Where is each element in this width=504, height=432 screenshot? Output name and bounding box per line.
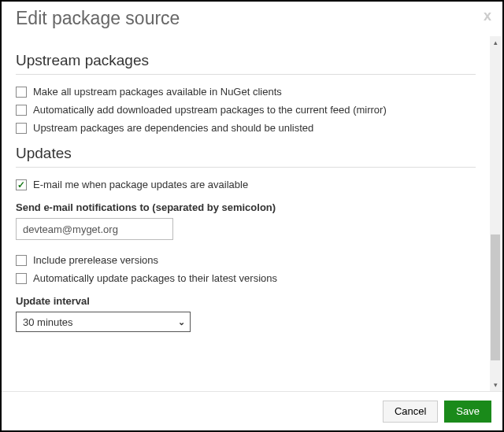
label-auto-add: Automatically add downloaded upstream pa… bbox=[33, 104, 387, 116]
checkbox-prerelease[interactable] bbox=[16, 255, 27, 266]
checkbox-auto-update[interactable] bbox=[16, 273, 27, 284]
checkbox-email[interactable] bbox=[16, 179, 27, 190]
scroll-thumb[interactable] bbox=[491, 234, 500, 360]
label-auto-update: Automatically update packages to their l… bbox=[33, 272, 277, 284]
divider bbox=[16, 74, 476, 75]
scrollbar[interactable]: ▴ ▾ bbox=[490, 36, 501, 391]
divider bbox=[16, 167, 476, 168]
chevron-down-icon: ⌄ bbox=[178, 317, 185, 327]
dialog-body: Upstream packages Make all upstream pack… bbox=[2, 36, 490, 340]
checkbox-make-available[interactable] bbox=[16, 87, 27, 98]
interval-label: Update interval bbox=[16, 295, 476, 307]
scroll-down-icon[interactable]: ▾ bbox=[490, 378, 501, 391]
label-email: E-mail me when package updates are avail… bbox=[33, 179, 248, 190]
dialog-title: Edit package source bbox=[16, 8, 488, 29]
checkbox-auto-add[interactable] bbox=[16, 105, 27, 116]
label-make-available: Make all upstream packages available in … bbox=[33, 86, 282, 98]
interval-value: 30 minutes bbox=[23, 316, 73, 328]
label-prerelease: Include prerelease versions bbox=[33, 254, 158, 266]
save-button[interactable]: Save bbox=[444, 401, 491, 423]
label-deps-unlisted: Upstream packages are dependencies and s… bbox=[33, 122, 313, 134]
dialog-footer: Cancel Save bbox=[2, 391, 502, 430]
email-field[interactable] bbox=[16, 218, 173, 240]
email-field-label: Send e-mail notifications to (separated … bbox=[16, 201, 476, 213]
interval-select[interactable]: 30 minutes ⌄ bbox=[16, 312, 191, 332]
updates-heading: Updates bbox=[16, 145, 476, 162]
scroll-up-icon[interactable]: ▴ bbox=[490, 36, 501, 49]
upstream-heading: Upstream packages bbox=[16, 52, 476, 69]
checkbox-deps-unlisted[interactable] bbox=[16, 123, 27, 134]
cancel-button[interactable]: Cancel bbox=[383, 401, 438, 423]
close-icon[interactable]: x bbox=[484, 8, 491, 24]
